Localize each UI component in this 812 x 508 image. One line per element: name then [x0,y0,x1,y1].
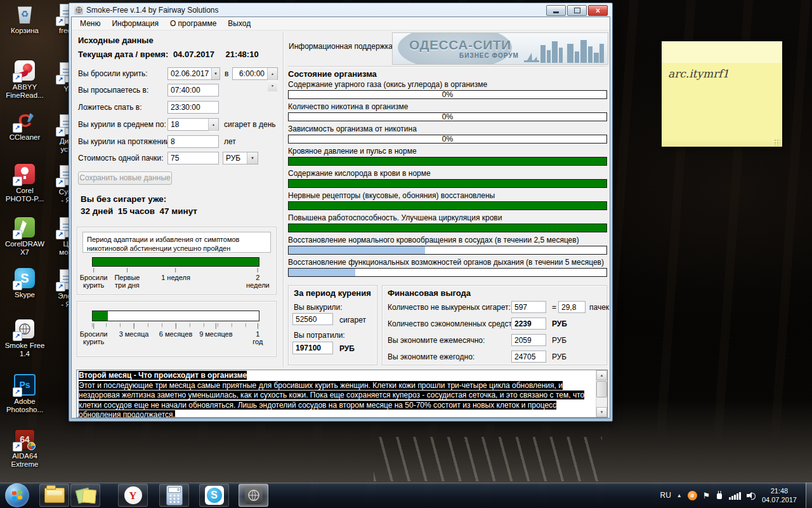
status-progressbar [288,179,607,188]
year-frame: Бросили курить 3 месяца 6 месяцев 9 меся… [77,301,277,357]
show-desktop-button[interactable] [806,483,812,508]
wake-time-input[interactable]: 07:40:00 [167,84,219,97]
show-hidden-icons-icon[interactable]: ▲ [677,493,682,498]
current-datetime: Текущая дата / время: 04.07.2017 21:48:1… [78,50,259,59]
sleep-time-input[interactable]: 23:30:00 [167,101,219,114]
icon-label: Corel PHOTO-P... [0,187,49,203]
start-button[interactable] [5,483,29,507]
speaker-icon[interactable] [747,491,756,500]
status-bar-row: Повышена работоспособность. Улучшена цир… [288,213,607,236]
tray-clock[interactable]: 21:48 04.07.2017 [762,486,797,504]
taskbar-explorer-button[interactable] [39,484,69,507]
dropdown-arrow-icon[interactable]: ▼ [247,152,258,164]
status-bar-row: Восстановление функциональных возможност… [288,258,607,280]
monthly-saving-input[interactable]: 2059 [511,334,546,346]
status-progress-fill [289,224,606,232]
saved-money-input[interactable]: 2239 [511,318,546,330]
desktop-icon-aida64[interactable]: 64↗ AIDA64 Extreme [0,428,49,469]
taskbar-smoke-free-button[interactable] [239,484,268,507]
status-progress-text: 0% [289,113,606,121]
dropdown-arrow-icon[interactable]: ▼ [211,68,219,79]
desktop-icon-ccleaner[interactable]: ↗ CCleaner [0,109,49,142]
adaptation-note: Период адаптации и избавления от симптом… [82,232,271,253]
close-button[interactable]: × [588,5,608,16]
windows-logo-icon [12,490,22,500]
scroll-up-icon[interactable]: ▲ [596,370,607,380]
action-center-flag-icon[interactable]: ⚑ [703,491,710,500]
icon-label: Корзина [0,27,49,35]
sticky-note-resize-grip[interactable] [774,139,780,145]
odessa-city-banner[interactable]: ОДЕССА-СИТИ БИЗНЕС ФОРУМ [392,32,608,65]
avg-cigs-spinner[interactable]: 18 ▲▼ [167,118,219,131]
spent-label: Вы потратили: [294,331,345,340]
scroll-down-icon[interactable]: ▼ [596,407,607,417]
power-plug-icon[interactable] [716,491,723,500]
desktop-icon-recycle-bin[interactable]: ♻ Корзина [0,3,49,35]
info-textarea[interactable]: Второй месяц - Что происходит в организм… [76,370,608,418]
status-bar-label: Нервные рецепторы (вкусовые, обоняния) в… [288,191,607,201]
status-progress-fill [289,180,606,187]
status-progressbar: 0% [288,112,607,121]
desktop-icon-smoke-free[interactable]: ↗ Smoke Free 1.4 [0,318,49,358]
status-progress-fill [289,269,355,276]
skype-icon: S [205,486,224,505]
icon-label: Skype [0,291,49,299]
quit-time-spinner[interactable]: 6:00:00 ▲▼ [232,67,278,80]
yearly-saving-input[interactable]: 24705 [511,351,546,363]
minimize-button[interactable] [546,5,566,16]
sticky-note-text[interactable]: arc.itymrf1 [668,67,729,81]
period-title: За период курения [294,288,371,298]
pack-cost-input[interactable]: 75 [167,152,219,164]
smoked-suffix: сигарет [339,316,366,324]
taskbar-skype-button[interactable]: S [199,484,229,507]
titlebar[interactable]: Smoke-Free v.1.4 by Fairway Solutions × [71,3,610,17]
network-signal-icon[interactable] [729,491,741,500]
banner-title: ОДЕССА-СИТИ [409,38,511,52]
desktop-icon-photoshop[interactable]: Ps↗ Adobe Photosho... [0,373,49,414]
save-button[interactable]: Сохранить новые данные [78,171,172,185]
status-progressbar [288,201,607,210]
desktop-icon-abbyy[interactable]: ↗ ABBYY FineRead... [0,59,49,100]
textarea-scrollbar[interactable]: ▲ ▼ [596,370,607,417]
scale-tick: 1 неделя [161,268,190,281]
scale-tick: 1 год [252,323,263,345]
status-progressbar [288,246,607,255]
menu-item[interactable]: Выход [222,18,256,29]
wallpaper-lane-markings [374,437,602,481]
taskbar-yandex-button[interactable]: Y [118,484,148,507]
sticky-note[interactable]: arc.itymrf1 [662,41,782,147]
shortcut-arrow-icon: ↗ [13,123,22,133]
desktop-icon-coreldraw[interactable]: ↗ CorelDRAW X7 [0,216,49,257]
quit-date-picker[interactable]: 02.06.2017 ▼ [167,67,220,80]
scale-tick: 3 месяца [119,323,149,338]
currency-select[interactable]: РУБ ▼ [223,152,258,164]
desktop-icon-corel-photo[interactable]: ↗ Corel PHOTO-P... [0,163,49,203]
at-label: в [225,69,228,78]
skype-icon: S↗ [12,267,37,290]
language-indicator[interactable]: RU [660,491,671,500]
shortcut-arrow-icon: ↗ [13,281,22,290]
maximize-button[interactable] [567,5,587,16]
not-smoked-input[interactable]: 597 [511,301,546,313]
recycle-bin-icon: ♻ [12,3,37,25]
taskbar-calculator-button[interactable] [159,484,189,507]
years-input[interactable]: 8 [167,135,219,148]
menu-item[interactable]: Меню [74,18,106,29]
spent-input[interactable]: 197100 [292,342,333,354]
pack-cost-label: Стоимость одной пачки: [78,154,164,163]
menu-item[interactable]: Информация [106,18,164,29]
quit-time-value: 6:00:00 [233,68,267,79]
avast-icon[interactable]: a [688,491,697,500]
taskbar-sticky-notes-button[interactable] [70,484,100,507]
scrollbar-thumb[interactable] [596,381,607,398]
spinner-arrows-icon[interactable]: ▲▼ [267,68,277,79]
tick-label: 9 месяцев [199,330,232,338]
packs-input[interactable]: 29,8 [558,301,586,313]
spent-currency: РУБ [339,344,355,353]
smoked-input[interactable]: 52560 [292,313,333,325]
tick-mark [258,268,258,272]
menu-item[interactable]: О программе [164,18,222,29]
desktop-icon-skype[interactable]: S↗ Skype [0,267,49,299]
quit-date-label: Вы бросили курить: [78,69,148,78]
spinner-arrows-icon[interactable]: ▲▼ [208,119,218,130]
